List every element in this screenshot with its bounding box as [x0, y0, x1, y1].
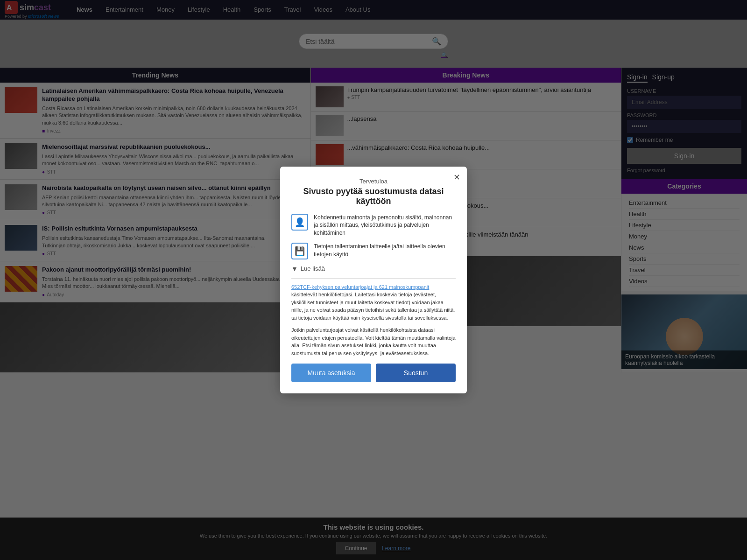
- consent-item-1: 👤 Kohdennettu mainonta ja personoitu sis…: [291, 214, 456, 237]
- modal-title: Sivusto pyytää suostumusta datasi käyttö…: [291, 187, 456, 206]
- consent-icon-device: 💾: [291, 243, 308, 259]
- lue-lisaa-toggle[interactable]: ▼ Lue lisää: [291, 265, 456, 273]
- legal-text-1: käsittelevät henkilötietojasi. Laitettas…: [291, 292, 455, 321]
- modal-legal-text-2: Jotkin palveluntarjoajat voivat käsitell…: [291, 326, 456, 357]
- chevron-down-icon: ▼: [291, 265, 298, 273]
- gdpr-modal-overlay: ✕ Tervetuloa Sivusto pyytää suostumusta …: [0, 0, 747, 372]
- modal-close-button[interactable]: ✕: [453, 172, 460, 182]
- tcf-link[interactable]: 652TCF-kehyksen palveluntarjoajat ja 621…: [291, 284, 429, 290]
- consent-text-1: Kohdennettu mainonta ja personoitu sisäl…: [314, 214, 456, 237]
- lue-lisaa-label: Lue lisää: [301, 265, 325, 272]
- accept-button[interactable]: Suostun: [376, 364, 456, 372]
- consent-text-2: Tietojen tallentaminen laitteelle ja/tai…: [314, 243, 456, 259]
- modal-action-buttons: Muuta asetuksia Suostun: [291, 364, 456, 372]
- modal-small-title: Tervetuloa: [291, 178, 456, 185]
- gdpr-modal: ✕ Tervetuloa Sivusto pyytää suostumusta …: [280, 167, 467, 372]
- modal-divider: [291, 278, 456, 279]
- settings-button[interactable]: Muuta asetuksia: [291, 364, 371, 372]
- modal-legal-text: 652TCF-kehyksen palveluntarjoajat ja 621…: [291, 283, 456, 322]
- consent-icon-person: 👤: [291, 214, 308, 231]
- consent-item-2: 💾 Tietojen tallentaminen laitteelle ja/t…: [291, 243, 456, 259]
